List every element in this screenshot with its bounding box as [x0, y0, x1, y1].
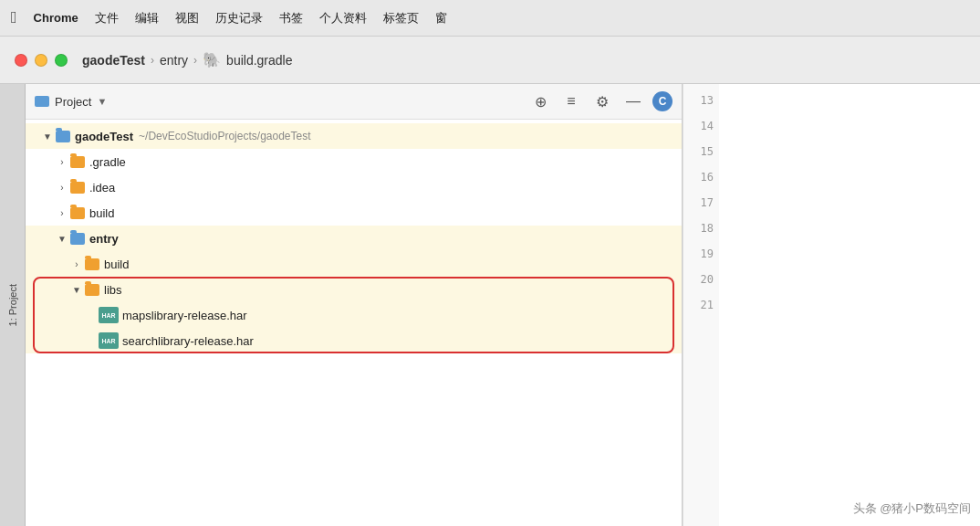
- sidebar-tab-label: 1: Project: [7, 284, 18, 326]
- main-layout: 1: Project Project ▼ ⊕ ≡ ⚙ — C ▼ gaodeTe…: [0, 84, 980, 526]
- tree-item-idea[interactable]: › .idea: [26, 174, 682, 200]
- toggle-build-root[interactable]: ›: [55, 205, 69, 220]
- watermark: 头条 @猪小P数码空间: [853, 500, 971, 517]
- menu-bookmarks[interactable]: 书签: [279, 10, 303, 26]
- tree-item-root[interactable]: ▼ gaodeTest ~/DevEcoStudioProjects/gaode…: [26, 123, 682, 149]
- minimize-button[interactable]: [35, 54, 47, 67]
- toggle-idea[interactable]: ›: [55, 180, 69, 195]
- panel-title-label: Project: [55, 95, 91, 109]
- panel-toolbar: Project ▼ ⊕ ≡ ⚙ — C: [26, 84, 682, 120]
- libs-label: libs: [104, 283, 122, 297]
- line-13: 13: [683, 88, 714, 113]
- idea-folder-icon: [69, 181, 86, 194]
- entry-build-label: build: [104, 258, 129, 271]
- line-15: 15: [683, 139, 714, 164]
- tree-item-maps-har[interactable]: HAR mapslibrary-release.har: [26, 302, 682, 328]
- toggle-root[interactable]: ▼: [40, 129, 55, 143]
- panel-dropdown-arrow[interactable]: ▼: [97, 96, 107, 107]
- maps-har-icon: HAR: [99, 307, 119, 323]
- gradle-label: .gradle: [89, 155, 126, 169]
- tree-item-libs[interactable]: ▼ libs: [26, 277, 682, 302]
- menu-edit[interactable]: 编辑: [135, 10, 159, 26]
- project-panel: Project ▼ ⊕ ≡ ⚙ — C ▼ gaodeTest ~/DevEco…: [26, 84, 683, 526]
- menu-history[interactable]: 历史记录: [215, 10, 263, 26]
- root-folder-icon: [55, 130, 71, 142]
- line-21: 21: [683, 292, 714, 318]
- traffic-lights: [15, 54, 68, 67]
- tree-item-search-har[interactable]: HAR searchlibrary-release.har: [26, 328, 682, 353]
- breadcrumb-entry[interactable]: entry: [160, 53, 188, 68]
- menu-file[interactable]: 文件: [95, 10, 119, 26]
- tree-item-gradle[interactable]: › .gradle: [26, 149, 682, 174]
- entry-build-folder-icon: [84, 258, 100, 270]
- apple-logo-icon: : [11, 8, 17, 27]
- toolbar-profile-btn[interactable]: C: [652, 91, 672, 111]
- title-bar: gaodeTest › entry › 🐘 build.gradle: [0, 37, 980, 84]
- tree-view[interactable]: ▼ gaodeTest ~/DevEcoStudioProjects/gaode…: [26, 120, 682, 526]
- toolbar-settings-btn[interactable]: ⚙: [590, 89, 614, 113]
- root-path: ~/DevEcoStudioProjects/gaodeTest: [139, 130, 310, 142]
- breadcrumb: gaodeTest › entry › 🐘 build.gradle: [82, 51, 293, 68]
- toolbar-collapse-btn[interactable]: ≡: [559, 89, 583, 113]
- menu-view[interactable]: 视图: [175, 10, 199, 26]
- project-sidebar-tab[interactable]: 1: Project: [0, 84, 26, 526]
- toggle-gradle[interactable]: ›: [55, 154, 69, 169]
- line-14: 14: [683, 113, 714, 139]
- line-numbers: 13 14 15 16 17 18 19 20 21: [683, 84, 719, 526]
- libs-folder-icon: [84, 283, 100, 296]
- toggle-entry[interactable]: ▼: [55, 231, 69, 246]
- entry-folder-icon: [69, 232, 86, 245]
- maximize-button[interactable]: [55, 54, 68, 67]
- line-20: 20: [683, 267, 714, 292]
- tree-item-entry[interactable]: ▼ entry: [26, 226, 682, 251]
- panel-title: Project ▼: [35, 95, 521, 109]
- gradle-folder-icon: [69, 155, 86, 168]
- highlighted-section: ▼ libs HAR mapslibrary-release.har HAR s…: [26, 277, 682, 353]
- tree-item-build-root[interactable]: › build: [26, 200, 682, 226]
- menu-profile[interactable]: 个人资料: [319, 10, 367, 26]
- search-har-icon: HAR: [99, 332, 119, 349]
- line-19: 19: [683, 241, 714, 267]
- build-root-folder-icon: [69, 206, 86, 219]
- root-label: gaodeTest: [75, 130, 133, 143]
- close-button[interactable]: [15, 54, 27, 67]
- panel-folder-icon: [35, 96, 49, 107]
- line-17: 17: [683, 190, 714, 216]
- menu-tabs[interactable]: 标签页: [383, 10, 419, 26]
- code-editor-panel[interactable]: 头条 @猪小P数码空间: [719, 84, 980, 526]
- toggle-libs[interactable]: ▼: [69, 282, 84, 297]
- line-16: 16: [683, 164, 714, 190]
- entry-label: entry: [89, 232, 119, 246]
- toolbar-add-btn[interactable]: ⊕: [528, 89, 552, 113]
- menu-chrome[interactable]: Chrome: [34, 11, 78, 25]
- line-18: 18: [683, 216, 714, 241]
- toolbar-minimize-btn[interactable]: —: [621, 89, 645, 113]
- breadcrumb-sep-2: ›: [193, 54, 197, 67]
- maps-har-label: mapslibrary-release.har: [122, 309, 247, 322]
- gradle-file-icon: 🐘: [203, 51, 221, 68]
- toggle-entry-build[interactable]: ›: [69, 257, 84, 271]
- search-har-label: searchlibrary-release.har: [122, 334, 254, 348]
- menu-bar:  Chrome 文件 编辑 视图 历史记录 书签 个人资料 标签页 窗: [0, 0, 980, 37]
- breadcrumb-file[interactable]: build.gradle: [226, 53, 292, 68]
- tree-item-entry-build[interactable]: › build: [26, 251, 682, 277]
- idea-label: .idea: [89, 181, 115, 195]
- breadcrumb-sep-1: ›: [151, 54, 154, 67]
- menu-window[interactable]: 窗: [435, 10, 447, 26]
- build-root-label: build: [89, 206, 114, 220]
- breadcrumb-root[interactable]: gaodeTest: [82, 53, 145, 68]
